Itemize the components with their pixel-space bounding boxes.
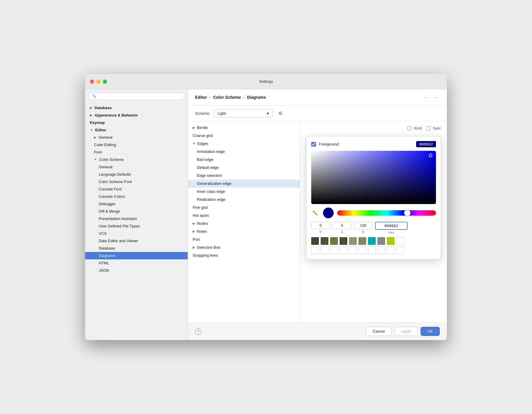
tree-item-selection-box[interactable]: ▶ Selection Box (188, 243, 300, 251)
color-gradient[interactable] (311, 151, 436, 204)
swatch-11[interactable] (311, 247, 319, 254)
apply-button[interactable]: Apply (395, 327, 418, 336)
sidebar-item-diagrams[interactable]: Diagrams (85, 252, 188, 259)
nav-arrows: ← → (423, 93, 440, 101)
hue-slider[interactable] (337, 210, 436, 216)
swatch-9[interactable] (387, 237, 395, 245)
r-label: R (319, 230, 322, 234)
title-bar: Settings (85, 74, 447, 89)
sidebar-item-code-editing[interactable]: Code Editing (85, 141, 188, 148)
maximize-button[interactable] (103, 80, 107, 84)
tree-item-port[interactable]: Port (188, 235, 300, 243)
tree-item-edge-selection[interactable]: Edge selection (188, 172, 300, 179)
ok-button[interactable]: OK (421, 327, 440, 336)
sidebar-item-color-scheme[interactable]: ▼ Color Scheme (85, 156, 188, 163)
sidebar-item-font[interactable]: Font (85, 148, 188, 156)
sidebar-item-lang-defaults[interactable]: Language Defaults (85, 171, 188, 178)
swatch-1[interactable] (311, 237, 319, 245)
back-button[interactable]: ← (423, 93, 430, 101)
swatch-18[interactable] (377, 247, 385, 254)
tree-item-generalization-edge[interactable]: Generalization edge (188, 179, 300, 187)
chevron-right-icon: ▶ (193, 126, 195, 129)
close-button[interactable] (90, 80, 94, 84)
swatch-2[interactable] (321, 237, 328, 245)
sidebar-item-general-cs[interactable]: General (85, 163, 188, 171)
breadcrumb-sep2: › (243, 95, 245, 100)
sidebar-item-diff-merge[interactable]: Diff & Merge (85, 208, 188, 215)
scheme-gear-button[interactable]: ⚙ (276, 109, 285, 117)
tree-item-nodes[interactable]: ▶ Nodes (188, 219, 300, 227)
eyedropper-button[interactable]: ✏️ (311, 209, 319, 217)
swatch-15[interactable] (349, 247, 357, 254)
foreground-checkbox[interactable] (311, 142, 316, 147)
tree-item-bends[interactable]: ▶ Bends (188, 124, 300, 132)
chevron-down-icon: ▼ (90, 128, 93, 132)
b-input[interactable] (354, 222, 373, 229)
sidebar-item-editor[interactable]: ▼ Editor (85, 126, 188, 134)
sidebar-item-vcs[interactable]: VCS (85, 230, 188, 237)
swatch-12[interactable] (321, 247, 328, 254)
tree-item-realization-edge[interactable]: Realization edge (188, 195, 300, 203)
search-box[interactable]: 🔍 (89, 92, 184, 100)
tree-item-notes[interactable]: ▶ Notes (188, 227, 300, 235)
tree-item-bad-edge[interactable]: Bad edge (188, 156, 300, 164)
sidebar-item-general[interactable]: ▶ General (85, 134, 188, 141)
tree-item-fine-grid[interactable]: Fine grid (188, 203, 300, 211)
sidebar-item-color-scheme-font[interactable]: Color Scheme Font (85, 178, 188, 185)
swatch-7[interactable] (368, 237, 376, 245)
swatch-13[interactable] (330, 247, 338, 254)
bold-checkbox[interactable] (408, 126, 412, 130)
swatches-row-2 (311, 247, 436, 254)
gradient-indicator (429, 154, 432, 157)
hex-input[interactable] (375, 222, 408, 230)
tree-item-coarse-grid[interactable]: Coarse grid (188, 132, 300, 140)
cancel-button[interactable]: Cancel (366, 327, 391, 336)
chevron-right-icon: ▶ (193, 230, 195, 233)
swatch-8[interactable] (377, 237, 385, 245)
swatch-20[interactable] (396, 247, 404, 254)
sidebar-item-database[interactable]: ▶ Database (85, 104, 188, 111)
help-button[interactable]: ? (195, 328, 202, 335)
sidebar: 🔍 ▶ Database ▶ Appearance & Behavior Key… (85, 89, 188, 340)
sidebar-item-json[interactable]: JSON (85, 267, 188, 274)
hex-badge: 000082 (416, 141, 436, 147)
minimize-button[interactable] (96, 80, 100, 84)
action-buttons: Cancel Apply OK (366, 327, 440, 336)
italic-checkbox[interactable] (426, 126, 431, 130)
tree-item-annotation-edge[interactable]: Annotation edge (188, 148, 300, 156)
sidebar-item-keymap[interactable]: Keymap (85, 119, 188, 126)
search-input[interactable] (98, 94, 181, 98)
sidebar-item-data-editor[interactable]: Data Editor and Viewer (85, 237, 188, 245)
sidebar-item-user-defined[interactable]: User-Defined File Types (85, 222, 188, 230)
swatch-4[interactable] (340, 237, 347, 245)
r-input[interactable] (311, 222, 330, 229)
traffic-lights (90, 80, 107, 84)
swatch-3[interactable] (330, 237, 338, 245)
color-picker-popup: Foreground 000082 ✏️ (306, 136, 441, 259)
sidebar-item-debugger[interactable]: Debugger (85, 200, 188, 208)
sidebar-item-presentation[interactable]: Presentation Assistant (85, 215, 188, 222)
sidebar-list: ▶ Database ▶ Appearance & Behavior Keyma… (85, 103, 188, 340)
swatch-6[interactable] (359, 237, 366, 245)
tree-item-hot-spots[interactable]: Hot spots (188, 211, 300, 219)
g-input[interactable] (332, 222, 351, 229)
swatch-16[interactable] (359, 247, 366, 254)
swatch-5[interactable] (349, 237, 357, 245)
swatch-19[interactable] (387, 247, 395, 254)
sidebar-item-appearance[interactable]: ▶ Appearance & Behavior (85, 111, 188, 119)
swatch-17[interactable] (368, 247, 376, 254)
sidebar-item-console-colors[interactable]: Console Colors (85, 193, 188, 200)
forward-button[interactable]: → (433, 93, 440, 101)
chevron-right-icon: ▶ (90, 106, 92, 109)
sidebar-item-html[interactable]: HTML (85, 259, 188, 267)
tree-item-default-edge[interactable]: Default edge (188, 164, 300, 172)
swatch-14[interactable] (340, 247, 347, 254)
sidebar-item-database2[interactable]: Database (85, 245, 188, 252)
scheme-label: Scheme: (195, 111, 210, 116)
sidebar-item-console-font[interactable]: Console Font (85, 185, 188, 193)
tree-item-inner-class-edge[interactable]: Inner class edge (188, 187, 300, 195)
tree-item-snapping-lines[interactable]: Snapping lines (188, 251, 300, 259)
swatch-10[interactable] (396, 237, 404, 245)
scheme-select[interactable]: Light ▾ (214, 109, 273, 117)
tree-item-edges[interactable]: ▼ Edges (188, 140, 300, 148)
